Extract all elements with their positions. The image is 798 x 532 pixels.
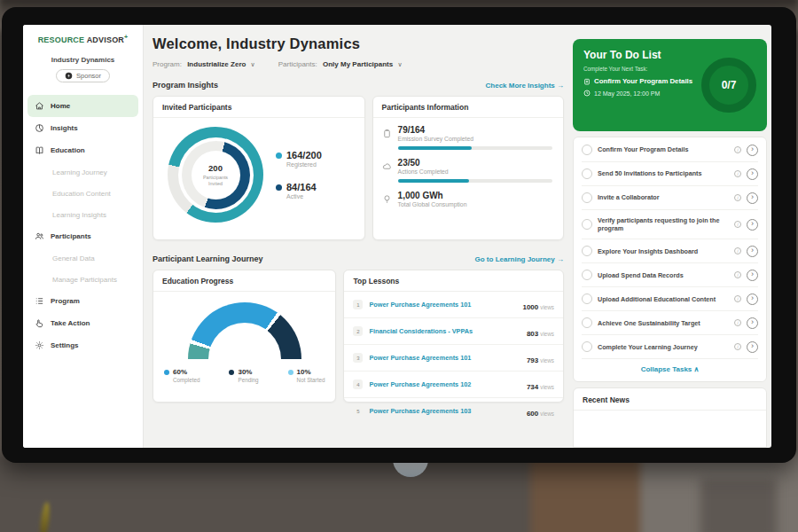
chevron-right-icon[interactable]: › [747,341,758,353]
todo-item[interactable]: Confirm Your Program Details i › [582,138,758,162]
todo-item[interactable]: Send 50 Invitations to Participants i › [582,162,758,186]
checkbox-circle[interactable] [582,168,592,179]
info-icon[interactable]: i [734,146,741,153]
todo-item[interactable]: Achieve One Sustainability Target i › [582,311,758,335]
chevron-right-icon[interactable]: › [747,192,758,204]
sidebar-item-take-action[interactable]: Take Action [23,312,143,334]
sidebar-item-learning-insights[interactable]: Learning Insights [23,204,143,225]
todo-item[interactable]: Upload Additional Educational Content i … [582,287,758,311]
sidebar-item-manage-participants[interactable]: Manage Participants [23,269,143,290]
chevron-right-icon[interactable]: › [747,168,758,180]
recent-news-card: Recent News [573,387,767,448]
lesson-rank: 4 [353,379,363,389]
sidebar-item-label: Participants [51,232,91,240]
info-icon[interactable]: i [734,319,741,326]
sidebar-item-program[interactable]: Program [23,290,143,312]
card-title: Top Lessons [344,270,563,292]
lesson-link[interactable]: Power Purchase Agreements 101 [369,354,520,362]
todo-item[interactable]: Verify participants requesting to join t… [582,210,758,239]
lesson-link[interactable]: Power Purchase Agreements 102 [369,380,520,388]
sidebar-item-participants[interactable]: Participants [23,225,143,247]
sidebar-item-label: Home [51,102,70,110]
sidebar: RESOURCE ADVISOR+ Industry Dynamics Spon… [23,25,144,448]
monitor-bezel: RESOURCE ADVISOR+ Industry Dynamics Spon… [2,7,796,463]
info-icon[interactable]: i [734,221,741,228]
sidebar-item-label: Learning Insights [52,211,106,219]
checkbox-circle[interactable] [582,192,592,203]
checkbox-circle[interactable] [582,246,592,256]
checkbox-circle[interactable] [582,341,592,352]
legend-dot-blue [164,370,169,375]
info-icon[interactable]: i [734,295,741,302]
card-title: Invited Participants [153,97,364,118]
todo-progress-ring: 0/7 [701,58,756,113]
brand-part1: RESOURCE [38,35,85,44]
checkbox-circle[interactable] [582,145,592,155]
participants-information-card: Participants Information 79/164 Emission… [372,96,564,240]
participants-filter[interactable]: Participants: Only My Participants ∨ [278,60,403,68]
go-to-learning-journey-link[interactable]: Go to Learning Journey → [475,255,564,263]
org-name: Industry Dynamics [23,56,143,64]
sidebar-item-label: Education [51,146,85,154]
todo-due-date: 12 May 2025, 12:00 PM [583,90,692,97]
todo-summary-card: Your To Do List Complete Your Next Task:… [573,39,767,131]
sidebar-item-label: Insights [51,124,78,132]
info-icon[interactable]: i [734,343,741,350]
check-more-insights-link[interactable]: Check More Insights → [486,82,564,90]
chevron-right-icon[interactable]: › [747,293,758,305]
checkbox-circle[interactable] [582,293,592,304]
task-icon [583,78,591,85]
lesson-link[interactable]: Financial Considerations - VPPAs [369,327,520,335]
info-icon[interactable]: i [734,170,741,177]
legend-dot-navy [276,184,282,191]
lesson-row: 2 Financial Considerations - VPPAs 803vi… [344,318,563,345]
sidebar-item-general-data[interactable]: General Data [23,247,143,269]
donut-center-label: Participants Invited [197,175,234,187]
gauge-legend-completed: 60% Completed [164,368,200,383]
lesson-link[interactable]: Power Purchase Agreements 101 [369,301,516,309]
info-icon[interactable]: i [734,247,741,254]
legend-registered: 164/200 Registered [276,150,322,168]
info-icon[interactable]: i [734,194,741,201]
sidebar-item-label: Education Content [52,190,111,198]
checkbox-circle[interactable] [582,270,592,280]
chevron-right-icon[interactable]: › [747,270,758,281]
sidebar-item-settings[interactable]: Settings [23,334,143,356]
pie-chart-icon [35,123,44,133]
sidebar-item-label: Take Action [51,319,90,327]
program-filter-value: Industrialize Zero [187,60,246,68]
education-progress-card: Education Progress 150 Participants 60% [153,270,336,403]
chevron-right-icon[interactable]: › [747,317,758,329]
chevron-down-icon: ∨ [251,61,255,67]
checkbox-circle[interactable] [582,317,592,328]
cloud-icon [382,161,392,171]
lightbulb-icon [382,194,392,204]
program-filter[interactable]: Program: Industrialize Zero ∨ [153,60,255,68]
right-column: Your To Do List Complete Your Next Task:… [573,25,771,448]
education-gauge-chart: 150 Participants [188,302,301,359]
todo-subtitle: Complete Your Next Task: [583,66,692,72]
background-desk-center [530,454,650,532]
chevron-right-icon[interactable]: › [747,219,758,231]
chevron-up-icon: ∧ [694,365,700,373]
todo-list-card: Confirm Your Program Details i › Send 50… [573,137,767,382]
chevron-right-icon[interactable]: › [747,246,758,257]
sidebar-item-label: General Data [52,254,95,262]
card-title: Education Progress [153,270,335,292]
lesson-link[interactable]: Power Purchase Agreements 103 [369,407,520,415]
chevron-right-icon[interactable]: › [747,145,758,156]
todo-item[interactable]: Upload Spend Data Records i › [582,263,758,287]
todo-item[interactable]: Invite a Collaborator i › [582,186,758,210]
checkbox-circle[interactable] [582,219,592,230]
sidebar-item-education-content[interactable]: Education Content [23,183,143,204]
dashboard-screen: RESOURCE ADVISOR+ Industry Dynamics Spon… [23,25,771,448]
lesson-rank: 5 [353,406,363,416]
todo-item[interactable]: Explore Your Insights Dashboard i › [582,239,758,263]
sidebar-item-insights[interactable]: Insights [23,117,143,139]
sidebar-item-education[interactable]: Education [23,139,143,161]
todo-item[interactable]: Complete Your Learning Journey i › [582,335,758,359]
info-icon[interactable]: i [734,271,741,278]
collapse-tasks-link[interactable]: Collapse Tasks ∧ [582,359,758,380]
sidebar-item-home[interactable]: Home [27,95,138,117]
sidebar-item-learning-journey[interactable]: Learning Journey [23,161,143,183]
